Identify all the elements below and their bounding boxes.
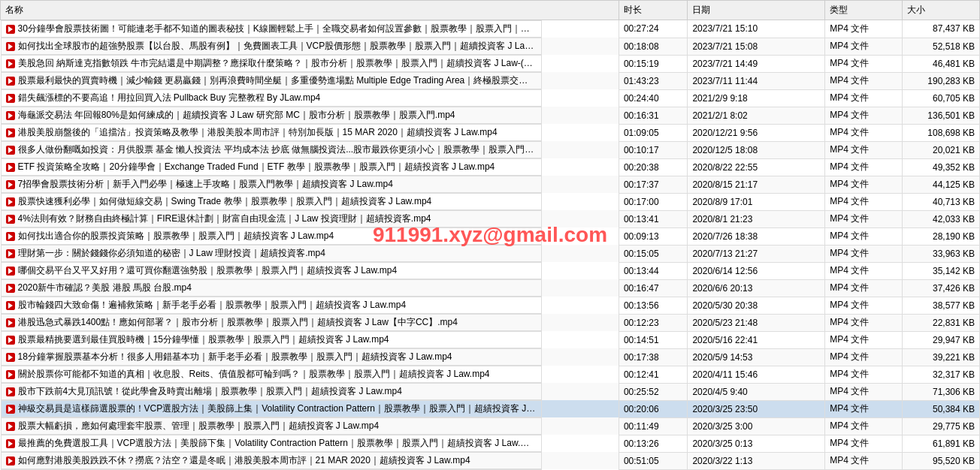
file-name-text: 錯失飆漲標的不要高追！用拉回買入法 Pullback Buy 完整教程 By J… xyxy=(18,92,321,104)
table-row[interactable]: 海龜派交易法 年回報80%是如何練成的｜超續投資客 J Law 研究部 MC｜股… xyxy=(1,107,980,124)
table-row[interactable]: 如何找出全球股市的超強勢股票【以台股、馬股有例】｜免費圖表工具｜VCP股價形態｜… xyxy=(1,38,980,55)
col-header-name[interactable]: 名称 xyxy=(1,1,619,20)
file-size-cell: 61,891 KB xyxy=(903,435,980,452)
file-duration-cell: 01:43:23 xyxy=(619,72,687,89)
file-duration-cell: 00:16:31 xyxy=(619,107,687,124)
play-icon xyxy=(6,42,15,51)
file-type-cell: MP4 文件 xyxy=(825,348,903,366)
file-size-cell: 29,947 KB xyxy=(903,331,980,348)
file-duration-cell: 00:13:41 xyxy=(619,210,687,227)
file-type-cell: MP4 文件 xyxy=(825,417,903,435)
play-icon xyxy=(6,422,15,431)
table-row[interactable]: 最推薦的免費選股工具｜VCP選股方法｜美股篩下集｜Volatility Cont… xyxy=(1,435,980,452)
table-row[interactable]: 4%法則有效？財務自由終極計算｜FIRE退休計劃｜財富自由現金流｜J Law 投… xyxy=(1,210,980,227)
table-row[interactable]: 18分鐘掌握股票基本分析！很多人用錯基本功｜新手老手必看｜股票教學｜股票入門｜超… xyxy=(1,348,980,366)
file-name-text: 港股美股崩盤後的「追擋沽」投資策略及教學｜港股美股本周市評｜特別加長版｜15 M… xyxy=(18,126,498,139)
file-duration-cell: 00:51:05 xyxy=(619,452,687,469)
table-row[interactable]: 神級交易員是這樣篩選股票的！VCP選股方法｜美股篩上集｜Volatility C… xyxy=(1,400,980,417)
file-type-cell: MP4 文件 xyxy=(825,366,903,383)
table-row[interactable]: 股票快速獲利必學｜如何做短線交易｜Swing Trade 教學｜股票教學｜股票入… xyxy=(1,193,980,210)
col-header-duration[interactable]: 时长 xyxy=(619,1,687,20)
file-name-cell: 2020新牛市確認？美股 港股 馬股 台股.mp4 xyxy=(1,279,542,297)
file-date-cell: 2020/8/22 22:55 xyxy=(688,158,825,176)
file-name-text: 股市下跌前4大見頂訊號！從此學會及時賣出離場｜股票教學｜股票入門｜超績投資客 J… xyxy=(18,385,402,398)
play-icon xyxy=(6,146,15,155)
table-row[interactable]: 理財第一步：關於錢錢你必須知道的秘密｜J Law 理財投資｜超績投資客.mp40… xyxy=(1,245,980,262)
file-date-cell: 2020/4/11 15:46 xyxy=(688,366,825,383)
file-type-cell: MP4 文件 xyxy=(825,279,903,297)
table-row[interactable]: 錯失飆漲標的不要高追！用拉回買入法 Pullback Buy 完整教程 By J… xyxy=(1,89,980,107)
file-name-cell: 最推薦的免費選股工具｜VCP選股方法｜美股篩下集｜Volatility Cont… xyxy=(1,435,542,452)
table-row[interactable]: 股票大幅虧損，應如何處理套牢股票、管理｜股票教學｜股票入門｜超績投資客 J La… xyxy=(1,417,980,435)
file-size-cell: 52,518 KB xyxy=(903,38,980,55)
file-date-cell: 2020/5/30 20:38 xyxy=(688,297,825,314)
file-name-cell: 股市輪錢四大致命傷！遍補救策略｜新手老手必看｜股票教學｜股票入門｜超績投資客 J… xyxy=(1,297,542,314)
file-size-cell: 46,481 KB xyxy=(903,55,980,72)
play-icon xyxy=(6,25,15,34)
play-icon xyxy=(6,59,15,68)
file-name-text: 18分鐘掌握股票基本分析！很多人用錯基本功｜新手老手必看｜股票教學｜股票入門｜超… xyxy=(18,351,452,363)
table-row[interactable]: 港股美股崩盤後的「追擋沽」投資策略及教學｜港股美股本周市評｜特別加長版｜15 M… xyxy=(1,124,980,141)
table-row[interactable]: 美股急回 納斯達克指數領跌 牛市完結還是中期調整？應採取什麼策略？｜股市分析｜股… xyxy=(1,55,980,72)
file-name-text: 理財第一步：關於錢錢你必須知道的秘密｜J Law 理財投資｜超績投資客.mp4 xyxy=(18,247,325,260)
file-list-container: 名称 时长 日期 类型 大小 30分鐘學會股票技術圖！可能連老手都不知道的圖表秘… xyxy=(0,0,980,470)
file-type-cell: MP4 文件 xyxy=(825,20,903,38)
file-type-cell: MP4 文件 xyxy=(825,107,903,124)
file-name-text: 股票最精挑要選到最佳買股時機｜15分鐘學懂｜股票教學｜股票入門｜超績投資客 J … xyxy=(18,333,389,346)
file-date-cell: 2020/3/22 1:13 xyxy=(688,452,825,469)
table-row[interactable]: ETF 投資策略全攻略｜20分鐘學會｜Exchange Traded Fund｜… xyxy=(1,158,980,176)
file-name-cell: 7招學會股票技術分析｜新手入門必學｜極速上手攻略｜股票入門教學｜超續投資客 J … xyxy=(1,176,542,193)
file-size-cell: 38,577 KB xyxy=(903,297,980,314)
file-type-cell: MP4 文件 xyxy=(825,193,903,210)
play-icon xyxy=(6,318,15,327)
table-row[interactable]: 2020新牛市確認？美股 港股 馬股 台股.mp400:16:472020/6/… xyxy=(1,279,980,297)
file-type-cell: MP4 文件 xyxy=(825,210,903,227)
file-type-cell: MP4 文件 xyxy=(825,89,903,107)
file-type-cell: MP4 文件 xyxy=(825,314,903,331)
col-header-size[interactable]: 大小 xyxy=(903,1,980,20)
play-icon xyxy=(6,94,15,103)
table-row[interactable]: 港股迅急式暴跌1400點！應如何部署？｜股市分析｜股票教學｜股票入門｜超績投資客… xyxy=(1,314,980,331)
file-date-cell: 2020/6/6 20:13 xyxy=(688,279,825,297)
file-size-cell: 60,705 KB xyxy=(903,89,980,107)
file-date-cell: 2021/2/1 8:02 xyxy=(688,107,825,124)
file-name-cell: 30分鐘學會股票技術圖！可能連老手都不知道的圖表秘技｜K線圖輕鬆上手｜全職交易者… xyxy=(1,20,542,38)
file-size-cell: 108,698 KB xyxy=(903,124,980,141)
table-row[interactable]: 如何找出適合你的股票投資策略｜股票教學｜股票入門｜超績投資客 J Law.mp4… xyxy=(1,227,980,245)
file-name-text: 30分鐘學會股票技術圖！可能連老手都不知道的圖表秘技｜K線圖輕鬆上手｜全職交易者… xyxy=(18,23,537,35)
table-row[interactable]: 哪個交易平台又平又好用？還可買你翻選強勢股｜股票教學｜股票入門｜超績投資客 J … xyxy=(1,262,980,279)
file-date-cell: 2020/7/26 18:38 xyxy=(688,227,825,245)
file-name-cell: 如何應對港股美股跌跌不休？撈底？沽空？還是冬眠｜港股美股本周市評｜21 MAR … xyxy=(1,452,542,469)
table-row[interactable]: 30分鐘學會股票技術圖！可能連老手都不知道的圖表秘技｜K線圖輕鬆上手｜全職交易者… xyxy=(1,20,980,38)
table-row[interactable]: 很多人做份翻嘅如投資：月供股票 基金 懶人投資法 平均成本法 抄底 做無腦投資法… xyxy=(1,141,980,158)
table-row[interactable]: 關於股票你可能都不知道的真相｜收息股、Reits、債值股都可輪到嗎？｜股票教學｜… xyxy=(1,366,980,383)
table-row[interactable]: 股市輪錢四大致命傷！遍補救策略｜新手老手必看｜股票教學｜股票入門｜超績投資客 J… xyxy=(1,297,980,314)
file-duration-cell: 00:12:23 xyxy=(619,314,687,331)
play-icon xyxy=(6,232,15,241)
file-duration-cell: 00:20:38 xyxy=(619,158,687,176)
play-icon xyxy=(6,163,15,172)
col-header-type[interactable]: 类型 xyxy=(825,1,903,20)
col-header-date[interactable]: 日期 xyxy=(688,1,825,20)
file-type-cell: MP4 文件 xyxy=(825,383,903,400)
table-row[interactable]: 如何應對港股美股跌跌不休？撈底？沽空？還是冬眠｜港股美股本周市評｜21 MAR … xyxy=(1,452,980,469)
file-name-text: 關於股票你可能都不知道的真相｜收息股、Reits、債值股都可輪到嗎？｜股票教學｜… xyxy=(18,368,490,381)
file-name-text: 如何找出全球股市的超強勢股票【以台股、馬股有例】｜免費圖表工具｜VCP股價形態｜… xyxy=(18,40,537,53)
table-row[interactable]: 股市下跌前4大見頂訊號！從此學會及時賣出離場｜股票教學｜股票入門｜超績投資客 J… xyxy=(1,383,980,400)
file-name-text: 7招學會股票技術分析｜新手入門必學｜極速上手攻略｜股票入門教學｜超續投資客 J … xyxy=(18,178,393,191)
file-name-text: 如何找出適合你的股票投資策略｜股票教學｜股票入門｜超績投資客 J Law.mp4 xyxy=(18,230,334,243)
table-row[interactable]: 股票最利最快的買賣時機｜減少輸錢 更易贏錢｜別再浪費時間坐艇｜多重優勢進場點 M… xyxy=(1,72,980,89)
file-size-cell: 39,221 KB xyxy=(903,348,980,366)
table-row[interactable]: 股票最精挑要選到最佳買股時機｜15分鐘學懂｜股票教學｜股票入門｜超績投資客 J … xyxy=(1,331,980,348)
file-type-cell: MP4 文件 xyxy=(825,124,903,141)
file-type-cell: MP4 文件 xyxy=(825,400,903,417)
file-duration-cell: 00:16:47 xyxy=(619,279,687,297)
play-icon xyxy=(6,284,15,293)
table-row[interactable]: 7招學會股票技術分析｜新手入門必學｜極速上手攻略｜股票入門教學｜超續投資客 J … xyxy=(1,176,980,193)
file-name-cell: 關於股票你可能都不知道的真相｜收息股、Reits、債值股都可輪到嗎？｜股票教學｜… xyxy=(1,366,542,383)
file-name-text: 股市輪錢四大致命傷！遍補救策略｜新手老手必看｜股票教學｜股票入門｜超績投資客 J… xyxy=(18,299,407,312)
file-size-cell: 32,317 KB xyxy=(903,366,980,383)
file-name-cell: 如何找出適合你的股票投資策略｜股票教學｜股票入門｜超績投資客 J Law.mp4 xyxy=(1,227,542,245)
file-date-cell: 2020/12/21 9:56 xyxy=(688,124,825,141)
file-duration-cell: 00:15:19 xyxy=(619,55,687,72)
